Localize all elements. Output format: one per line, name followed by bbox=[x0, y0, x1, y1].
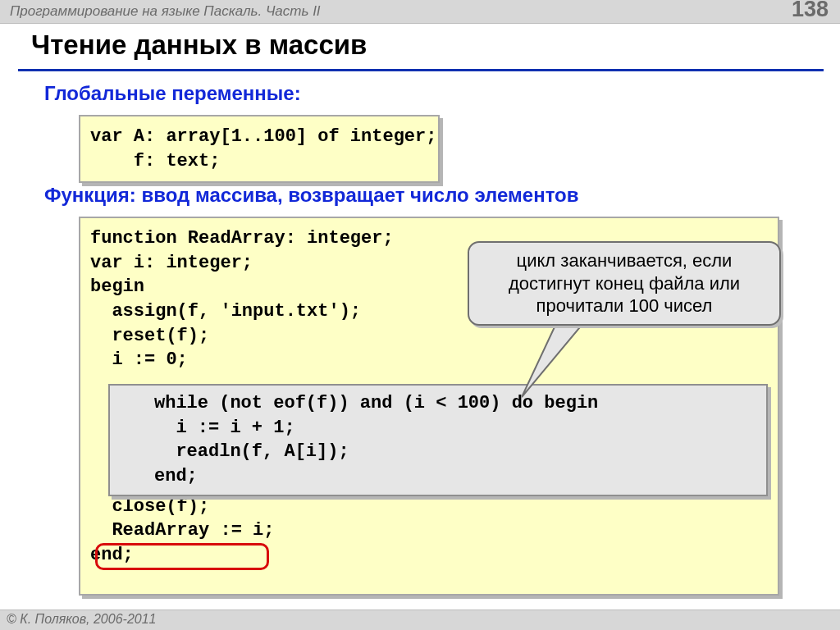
footer: © К. Поляков, 2006-2011 bbox=[0, 609, 840, 630]
breadcrumb: Программирование на языке Паскаль. Часть… bbox=[10, 3, 321, 20]
page-number: 138 bbox=[792, 0, 829, 22]
page-title: Чтение данных в массив bbox=[31, 30, 367, 61]
svg-marker-0 bbox=[522, 318, 587, 397]
copyright: © К. Поляков, 2006-2011 bbox=[7, 612, 156, 627]
highlight-return-value bbox=[95, 543, 269, 570]
callout-tail-icon bbox=[522, 318, 596, 400]
code-block-globals: var A: array[1..100] of integer; f: text… bbox=[79, 115, 440, 183]
section-heading-function: Функция: ввод массива, возвращает число … bbox=[44, 184, 578, 207]
code-block-while: while (not eof(f)) and (i < 100) do begi… bbox=[108, 384, 768, 496]
callout-note: цикл заканчивается, если достигнут конец… bbox=[468, 241, 781, 326]
topbar: Программирование на языке Паскаль. Часть… bbox=[0, 0, 840, 24]
section-heading-globals: Глобальные переменные: bbox=[44, 82, 301, 105]
slide: Программирование на языке Паскаль. Часть… bbox=[0, 0, 840, 630]
title-underline bbox=[18, 69, 824, 71]
